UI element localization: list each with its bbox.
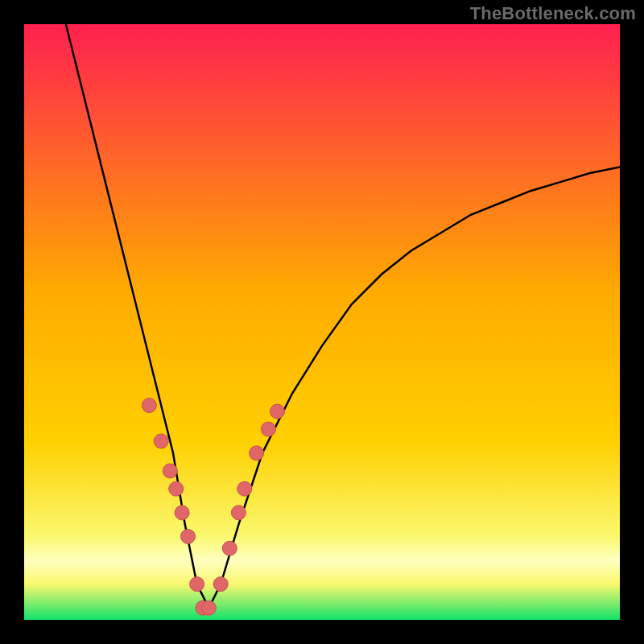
data-point xyxy=(175,506,189,520)
data-point xyxy=(222,541,237,555)
data-point xyxy=(231,506,246,520)
data-point xyxy=(190,577,204,592)
data-point xyxy=(142,398,156,413)
data-point xyxy=(169,481,184,496)
data-point xyxy=(237,481,252,496)
data-point xyxy=(201,601,216,615)
data-point xyxy=(154,434,168,448)
data-point xyxy=(181,529,196,543)
chart-frame: TheBottleneck.com xyxy=(0,0,644,644)
data-point xyxy=(213,577,228,592)
bottleneck-plot xyxy=(24,24,620,620)
watermark-text: TheBottleneck.com xyxy=(470,3,636,24)
data-point xyxy=(270,404,285,419)
gradient-background xyxy=(24,24,620,620)
data-point xyxy=(250,446,264,460)
data-point xyxy=(163,464,177,478)
data-point xyxy=(261,422,275,436)
